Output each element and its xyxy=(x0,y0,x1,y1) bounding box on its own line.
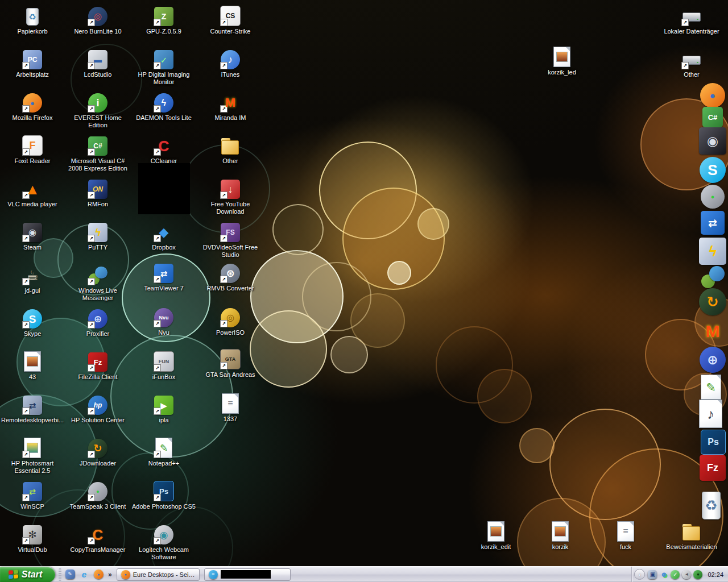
desktop-icon-steam[interactable]: ◉↗Steam xyxy=(0,221,66,251)
desktop-icon-daemon-tools[interactable]: ϟ↗DAEMON Tools Lite xyxy=(130,91,197,122)
strip-icon-miranda[interactable]: M xyxy=(700,318,726,344)
doc-image-icon xyxy=(553,47,570,67)
desktop-icon-remotedesktop[interactable]: ⇄↗Remotedesktopverbi... xyxy=(0,393,66,424)
desktop-icon-ccleaner[interactable]: C↗CCleaner xyxy=(130,134,197,165)
desktop-icon-dvdvideosoft[interactable]: FS↗DVDVideoSoft Free Studio xyxy=(197,221,264,259)
desktop-icon-papierkorb[interactable]: ♻Papierkorb xyxy=(0,5,66,35)
strip-icon-audio-file[interactable]: ♪ xyxy=(699,400,722,428)
desktop-icon-winscp[interactable]: ⇄↗WinSCP xyxy=(0,480,66,510)
tray-icon-power-green[interactable]: ● xyxy=(693,570,702,579)
desktop-icon-hp-photosmart[interactable]: ↗HP Photosmart Essential 2.5 xyxy=(0,436,66,475)
tray-icon-network[interactable]: ▣ xyxy=(648,570,657,579)
desktop-icon-hp-digital-imaging[interactable]: ✓↗HP Digital Imaging Monitor xyxy=(130,48,197,86)
task-button-1[interactable]: ●Eure Desktops - Seite... xyxy=(117,568,200,581)
strip-icon-skype[interactable]: S xyxy=(700,157,726,183)
desktop-icon-lcdstudio[interactable]: ▬↗LcdStudio xyxy=(64,48,131,78)
quick-launch-handle[interactable] xyxy=(59,568,61,581)
desktop-icon-mozilla-firefox[interactable]: ●↗Mozilla Firefox xyxy=(0,91,66,122)
strip-icon-steam[interactable]: ◉ xyxy=(699,127,726,155)
desktop-icon-teamspeak3[interactable]: ●↗TeamSpeak 3 Client xyxy=(64,480,131,510)
desktop-icon-counter-strike[interactable]: CS↗Counter-Strike xyxy=(197,5,264,35)
icon-image: ●↗ xyxy=(0,91,66,113)
desktop-icon-gpu-z[interactable]: Z↗GPU-Z.0.5.9 xyxy=(130,5,197,35)
desktop-icon-beweismaterialien[interactable]: Beweismaterialien xyxy=(658,520,725,551)
desktop-icon-gta-san-andreas[interactable]: GTA↗GTA San Andreas xyxy=(197,348,264,379)
desktop-icon-proxifier[interactable]: ⊕↗Proxifier xyxy=(64,307,131,338)
start-button[interactable]: Start xyxy=(0,567,55,582)
desktop-icon-file-1337[interactable]: ≡1337 xyxy=(197,392,264,423)
quick-launch-bar: ✎e● xyxy=(64,569,105,580)
desktop-icon-copytransmanager[interactable]: C↗CopyTransManager xyxy=(64,523,131,554)
quick-launch-show-desktop[interactable]: ✎ xyxy=(65,569,75,580)
icon-label: Papierkorb xyxy=(0,28,66,35)
shortcut-arrow-icon: ↗ xyxy=(88,235,95,242)
desktop-icon-fuck[interactable]: ≡fuck xyxy=(592,520,659,551)
strip-icon-notepadpp[interactable]: ✎ xyxy=(701,375,721,400)
strip-icon-recycle-bin-full[interactable]: ♻ xyxy=(697,490,725,521)
desktop-icon-filezilla[interactable]: Fz↗FileZilla Client xyxy=(64,350,131,381)
strip-icon-teamviewer[interactable]: ⇄ xyxy=(701,211,725,235)
clock[interactable]: 02:24 xyxy=(705,571,723,578)
desktop-icon-teamviewer7[interactable]: ⇄↗TeamViewer 7 xyxy=(130,261,197,292)
icon-image: ϟ↗ xyxy=(64,221,131,242)
tray-collapse-button[interactable]: ‹ xyxy=(634,569,645,580)
desktop-icon-korzik-led[interactable]: korzik_led xyxy=(528,45,595,76)
icon-image: FUN↗ xyxy=(130,350,197,372)
strip-icon-proxifier[interactable]: ⊕ xyxy=(700,347,726,373)
desktop-icon-other-folder[interactable]: Other xyxy=(197,134,264,165)
desktop-icon-wlm[interactable]: ↗Windows Live Messenger xyxy=(64,264,131,302)
desktop-icon-nero-burnlite[interactable]: ◎↗Nero BurnLite 10 xyxy=(64,5,131,35)
desktop-icon-korzik-edit[interactable]: korzik_edit xyxy=(462,520,530,551)
desktop-icon-free-youtube-download[interactable]: ↓↗Free YouTube Download xyxy=(197,177,264,215)
strip-icon-teamspeak[interactable]: ● xyxy=(701,185,725,209)
icon-label: Logitech Webcam Software xyxy=(130,546,197,561)
desktop-icon-photoshop-cs5[interactable]: Ps↗Adobe Photoshop CS5 xyxy=(130,480,197,510)
desktop-icon-miranda-im[interactable]: M↗Miranda IM xyxy=(197,91,264,122)
desktop-icon-poweriso[interactable]: ◎↗PowerISO xyxy=(197,306,264,336)
desktop-icon-korzik[interactable]: korzik xyxy=(527,520,594,551)
desktop-icon-other-drive[interactable]: ↗Other xyxy=(658,48,725,78)
desktop-icon-foxit-reader[interactable]: F↗Foxit Reader xyxy=(0,134,66,165)
strip-icon-photoshop[interactable]: Ps xyxy=(701,430,726,455)
desktop-icon-vlc[interactable]: ▲↗VLC media player xyxy=(0,177,66,208)
desktop-icon-rmfon[interactable]: ON↗RMFon xyxy=(64,177,131,208)
desktop-icon-skype[interactable]: S↗Skype xyxy=(0,307,66,338)
desktop-icon-dropbox[interactable]: ◆↗Dropbox xyxy=(130,221,197,251)
strip-icon-putty[interactable]: ϟ xyxy=(699,238,726,265)
desktop-icon-rmvb-converter[interactable]: ⊛↗RMVB Converter xyxy=(197,261,264,292)
desktop-icon-everest[interactable]: i↗EVEREST Home Edition xyxy=(64,91,131,129)
desktop-icon-notepadpp[interactable]: ✎↗Notepad++ xyxy=(130,436,197,467)
desktop-icon-itunes[interactable]: ♪↗iTunes xyxy=(197,48,264,78)
desktop-icon-virtualdub[interactable]: ✻↗VirtualDub xyxy=(0,523,66,554)
icon-image: ↗ xyxy=(64,264,131,285)
desktop-icon-hp-solution-center[interactable]: hp↗HP Solution Center xyxy=(64,393,131,424)
strip-icon-vcsharp[interactable]: C# xyxy=(702,107,723,127)
desktop-icon-jd-gui[interactable]: ☕↗jd-gui xyxy=(0,264,66,294)
quick-launch-ie[interactable]: e xyxy=(79,569,89,580)
tray-icon-volume[interactable]: ◄ xyxy=(682,570,691,579)
desktop-icon-nvu[interactable]: Nvu↗Nvu xyxy=(130,306,197,336)
desktop-icon-lokaler-datentraeger[interactable]: ↗Lokaler Datenträger xyxy=(658,5,725,35)
desktop-icon-putty[interactable]: ϟ↗PuTTY xyxy=(64,221,131,251)
quick-launch-firefox[interactable]: ● xyxy=(93,569,104,580)
quick-launch-overflow-chevron[interactable]: » xyxy=(105,571,117,579)
desktop-icon-visual-csharp[interactable]: C#↗Microsoft Visual C# 2008 Express Edit… xyxy=(64,134,131,172)
desktop-icon-ifunbox[interactable]: FUN↗iFunBox xyxy=(130,350,197,381)
icon-label: korzik_led xyxy=(528,69,595,76)
strip-icon-firefox[interactable]: ● xyxy=(700,83,725,108)
strip-icon-jdownloader[interactable]: ↻ xyxy=(699,288,726,315)
strip-icon-filezilla[interactable]: Fz xyxy=(700,455,726,481)
icon-image: Z↗ xyxy=(130,5,197,26)
desktop-icon-ipla[interactable]: ▶↗ipla xyxy=(130,393,197,424)
tray-icon-messenger-buddy[interactable]: ☻ xyxy=(659,570,668,579)
doc-image-icon xyxy=(487,521,504,542)
strip-icon-wlm[interactable] xyxy=(701,265,725,289)
vlc-icon: ▲ xyxy=(23,180,42,199)
doc-image-icon xyxy=(24,351,41,372)
desktop-icon-arbeitsplatz[interactable]: PC↗Arbeitsplatz xyxy=(0,48,66,78)
task-button-2[interactable]: ≡ xyxy=(204,568,291,581)
desktop-icon-jdownloader[interactable]: ↻↗JDownloader xyxy=(64,436,131,467)
desktop-icon-logitech-webcam[interactable]: ◉↗Logitech Webcam Software xyxy=(130,523,197,561)
tray-icon-green-check[interactable]: ✓ xyxy=(671,570,680,579)
desktop-icon-file-43[interactable]: 43 xyxy=(0,350,66,381)
